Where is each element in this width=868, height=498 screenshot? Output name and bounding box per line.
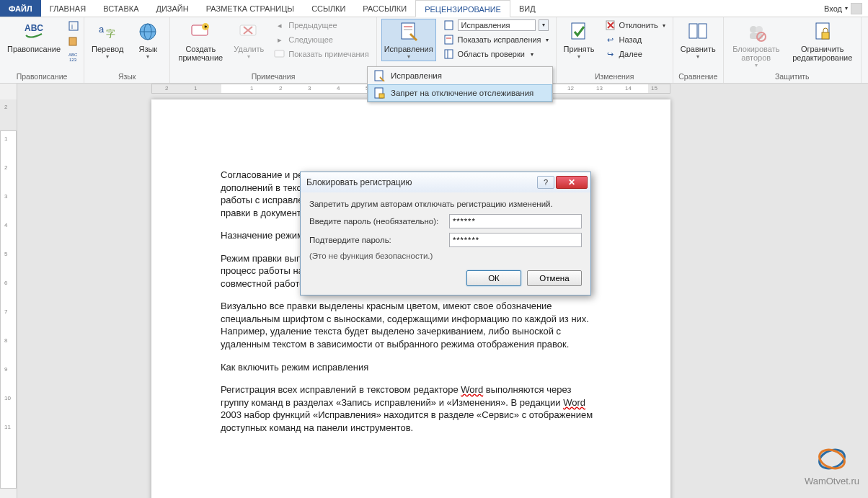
track-icon xyxy=(373,70,385,81)
svg-text:✶: ✶ xyxy=(203,24,208,30)
compare-button[interactable]: Сравнить ▾ xyxy=(678,19,719,61)
restrict-editing-button[interactable]: Ограничить редактирование xyxy=(789,19,856,63)
group-language: a字 Перевод ▾ Язык ▾ Язык xyxy=(84,17,170,83)
dialog-titlebar[interactable]: Блокировать регистрацию ? ✕ xyxy=(301,172,590,192)
avatar-icon xyxy=(851,3,862,14)
group-protect: Блокировать авторов ▾ Ограничить редакти… xyxy=(724,17,862,83)
dropdown-track-changes[interactable]: Исправления xyxy=(368,67,552,84)
dialog-instruction: Запретить другим авторам отключать регис… xyxy=(309,200,582,208)
group-comments: ✶ Создать примечание Удалить ▾ ◂Предыдущ… xyxy=(170,17,376,83)
dialog-help-button[interactable]: ? xyxy=(537,176,554,189)
vertical-ruler: 2 1 2 3 4 5 6 7 8 9 10 11 xyxy=(0,84,17,498)
svg-rect-31 xyxy=(699,24,707,38)
svg-text:ABC: ABC xyxy=(68,53,78,57)
language-button[interactable]: Язык ▾ xyxy=(130,19,165,61)
tab-home[interactable]: ГЛАВНАЯ xyxy=(41,0,94,17)
svg-text:i: i xyxy=(71,23,73,30)
svg-rect-17 xyxy=(275,50,284,57)
svg-text:ABC: ABC xyxy=(25,23,43,33)
new-comment-button[interactable]: ✶ Создать примечание xyxy=(174,19,226,63)
show-markup-button[interactable]: Показать исправления▾ xyxy=(440,33,552,46)
track-changes-dropdown: Исправления Запрет на отключение отслежи… xyxy=(367,66,553,102)
compare-icon xyxy=(686,20,709,43)
reviewing-pane-button[interactable]: Область проверки▾ xyxy=(440,48,552,61)
group-proofing: ABC Правописание i ABC123 Правописание xyxy=(0,17,84,83)
translate-button[interactable]: a字 Перевод ▾ xyxy=(89,19,126,61)
display-for-review[interactable]: Исправления ▾ xyxy=(440,19,552,32)
svg-text:a: a xyxy=(99,24,105,35)
spelling-button[interactable]: ABC Правописание xyxy=(4,19,63,55)
tab-mailings[interactable]: РАССЫЛКИ xyxy=(354,0,415,17)
new-comment-icon: ✶ xyxy=(189,20,212,43)
accept-button[interactable]: Принять ▾ xyxy=(561,19,598,61)
back-icon: ↩ xyxy=(605,34,616,45)
track-changes-button[interactable]: Исправления ▾ xyxy=(381,19,436,61)
block-authors-button[interactable]: Блокировать авторов ▾ xyxy=(728,19,784,70)
delete-comment-icon xyxy=(237,20,260,43)
tab-references[interactable]: ССЫЛКИ xyxy=(303,0,354,17)
display-icon xyxy=(443,19,455,31)
watermark-logo-icon xyxy=(817,444,847,474)
svg-text:123: 123 xyxy=(69,58,77,62)
svg-rect-41 xyxy=(379,94,384,98)
password-label: Введите пароль (необязательно): xyxy=(309,217,443,226)
show-comments-button[interactable]: Показать примечания xyxy=(271,48,371,61)
tab-file[interactable]: ФАЙЛ xyxy=(0,0,41,17)
translate-icon: a字 xyxy=(96,20,119,43)
accept-icon xyxy=(567,20,590,43)
define-icon[interactable]: i xyxy=(68,20,79,34)
lock-tracking-icon xyxy=(373,87,385,99)
svg-rect-21 xyxy=(445,21,453,30)
tab-view[interactable]: ВИД xyxy=(510,0,544,17)
login-label: Вход xyxy=(824,0,842,17)
svg-rect-24 xyxy=(445,50,453,58)
dropdown-lock-tracking[interactable]: Запрет на отключение отслеживания xyxy=(368,84,552,102)
forward-icon: ↪ xyxy=(605,48,616,60)
prev-icon: ◂ xyxy=(274,19,285,31)
globe-icon xyxy=(136,20,159,43)
tab-layout[interactable]: РАЗМЕТКА СТРАНИЦЫ xyxy=(198,0,303,17)
svg-rect-3 xyxy=(69,37,76,45)
tab-design[interactable]: ДИЗАЙН xyxy=(147,0,197,17)
pane-icon xyxy=(443,48,455,60)
tab-insert[interactable]: ВСТАВКА xyxy=(94,0,147,17)
confirm-label: Подтвердите пароль: xyxy=(309,236,443,244)
dialog-close-button[interactable]: ✕ xyxy=(556,176,588,189)
tab-review[interactable]: РЕЦЕНЗИРОВАНИЕ xyxy=(415,0,510,17)
login-link[interactable]: Вход ▾ xyxy=(818,0,868,17)
password-input[interactable] xyxy=(449,214,582,228)
svg-rect-30 xyxy=(689,24,697,38)
confirm-password-input[interactable] xyxy=(449,233,582,247)
doc-paragraph: Как включить режим исправления xyxy=(221,361,601,374)
restrict-icon xyxy=(811,20,834,43)
svg-text:字: 字 xyxy=(106,28,115,39)
lock-tracking-dialog: Блокировать регистрацию ? ✕ Запретить др… xyxy=(300,172,591,295)
svg-rect-38 xyxy=(822,32,829,39)
next-change-button[interactable]: ↪Далее xyxy=(602,48,668,61)
svg-rect-26 xyxy=(572,23,585,39)
svg-point-43 xyxy=(817,447,847,472)
watermark: WamOtvet.ru xyxy=(805,444,859,486)
ok-button[interactable]: ОК xyxy=(466,270,521,286)
svg-rect-1 xyxy=(69,22,78,30)
menu-tabs: ФАЙЛ ГЛАВНАЯ ВСТАВКА ДИЗАЙН РАЗМЕТКА СТР… xyxy=(0,0,868,17)
show-comments-icon xyxy=(274,48,285,60)
dialog-note: (Это не функция безопасности.) xyxy=(309,252,582,260)
prev-comment-button[interactable]: ◂Предыдущее xyxy=(271,19,371,32)
wordcount-icon[interactable]: ABC123 xyxy=(68,50,79,64)
delete-comment-button[interactable]: Удалить ▾ xyxy=(231,19,267,61)
block-authors-icon xyxy=(745,20,768,43)
thesaurus-icon[interactable] xyxy=(68,35,79,49)
show-markup-icon xyxy=(443,34,455,45)
group-compare: Сравнить ▾ Сравнение xyxy=(673,17,724,83)
doc-paragraph: Визуально все правки выделены красным цв… xyxy=(221,300,601,350)
svg-rect-22 xyxy=(445,35,453,44)
cancel-button[interactable]: Отмена xyxy=(527,270,582,286)
reject-button[interactable]: Отклонить▾ xyxy=(602,19,668,32)
previous-change-button[interactable]: ↩Назад xyxy=(602,33,668,46)
reject-icon xyxy=(605,19,616,31)
next-icon: ▸ xyxy=(274,34,285,45)
track-changes-icon xyxy=(397,20,420,43)
next-comment-button[interactable]: ▸Следующее xyxy=(271,33,371,46)
document-page[interactable]: Согласование и редактирование документов… xyxy=(151,99,670,498)
